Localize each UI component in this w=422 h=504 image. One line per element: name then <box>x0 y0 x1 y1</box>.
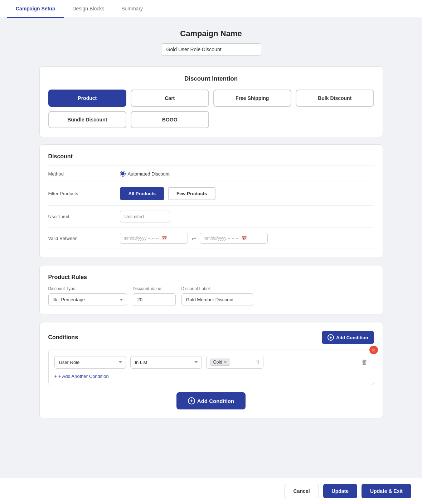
tab-design-blocks[interactable]: Design Blocks <box>64 0 113 18</box>
condition-tag-gold-remove[interactable]: ✕ <box>224 360 227 365</box>
condition-tag-gold: Gold ✕ <box>210 359 230 366</box>
discount-label-label: Discount Label: <box>181 286 253 291</box>
conditions-title: Conditions <box>48 334 78 341</box>
discount-label-col: Discount Label: <box>181 286 253 306</box>
product-rules-row: Discount Type: % - Percentage Discount V… <box>48 286 374 306</box>
add-condition-center: + Add Condition <box>48 392 374 409</box>
user-limit-value <box>120 211 170 222</box>
method-label: Method <box>48 171 120 177</box>
add-another-plus-icon: + <box>54 374 57 379</box>
discount-value-input[interactable] <box>133 293 176 306</box>
few-products-btn[interactable]: Few Products <box>168 187 215 200</box>
condition-value-wrap: Gold ✕ ⇅ <box>206 356 263 369</box>
campaign-name-input[interactable] <box>161 43 261 56</box>
automated-discount-option[interactable]: Automated Discount <box>120 171 170 177</box>
discount-type-label: Discount Type: <box>48 286 127 291</box>
add-another-condition-btn[interactable]: + + Add Another Condition <box>54 374 109 379</box>
intention-btn-bundle-discount[interactable]: Bundle Discount <box>48 111 127 128</box>
product-rules-card: Product Rules Discount Type: % - Percent… <box>39 265 383 315</box>
discount-rows: Method Automated Discount Filter Product… <box>48 165 374 249</box>
add-another-label: + Add Another Condition <box>58 374 109 379</box>
tabs-bar: Campaign Setup Design Blocks Summary <box>0 0 422 18</box>
intention-grid-row1: Product Cart Free Shipping Bulk Discount <box>48 90 374 107</box>
intention-grid-row2: Bundle Discount BOGO <box>48 111 374 128</box>
add-condition-center-label: Add Condition <box>197 398 234 404</box>
discount-value-col: Discount Value: <box>133 286 176 306</box>
discount-label-input[interactable] <box>181 293 253 306</box>
conditions-card: Conditions + Add Condition ✕ User Role I… <box>39 322 383 418</box>
discount-type-col: Discount Type: % - Percentage <box>48 286 127 306</box>
discount-intention-card: Discount Intention Product Cart Free Shi… <box>39 66 383 137</box>
date-start-text: mm/dd/yyyy --:-- -- <box>124 236 159 241</box>
user-limit-input[interactable] <box>120 211 170 222</box>
intention-btn-bulk-discount[interactable]: Bulk Discount <box>296 90 374 107</box>
add-condition-center-btn[interactable]: + Add Condition <box>176 392 246 409</box>
calendar-end-icon[interactable]: 📅 <box>242 236 247 241</box>
product-rules-title: Product Rules <box>48 274 374 280</box>
filter-products-value: All Products Few Products <box>120 187 216 200</box>
intention-btn-cart[interactable]: Cart <box>131 90 209 107</box>
user-limit-label: User Limit <box>48 214 120 219</box>
update-exit-button[interactable]: Update & Exit <box>362 484 411 498</box>
discount-value-label: Discount Value: <box>133 286 176 291</box>
condition-group: ✕ User Role In List Gold ✕ ⇅ 🗑 <box>48 350 374 385</box>
conditions-header: Conditions + Add Condition <box>48 331 374 344</box>
condition-value-dropdown-icon[interactable]: ⇅ <box>256 360 259 365</box>
method-row: Method Automated Discount <box>48 166 374 182</box>
condition-row-1: User Role In List Gold ✕ ⇅ 🗑 <box>54 356 368 369</box>
update-button[interactable]: Update <box>323 484 357 498</box>
filter-products-row: Filter Products All Products Few Product… <box>48 182 374 206</box>
discount-card-title: Discount <box>48 153 374 160</box>
add-condition-center-plus-icon: + <box>188 397 195 404</box>
automated-discount-text: Automated Discount <box>128 171 170 177</box>
discount-card: Discount Method Automated Discount Filte… <box>39 144 383 258</box>
discount-type-select[interactable]: % - Percentage <box>48 293 127 306</box>
date-end-input[interactable]: mm/dd/yyyy --:-- -- 📅 <box>200 233 268 244</box>
all-products-btn[interactable]: All Products <box>120 187 165 200</box>
intention-btn-product[interactable]: Product <box>48 90 127 107</box>
cancel-button[interactable]: Cancel <box>285 484 319 498</box>
condition-delete-btn[interactable]: 🗑 <box>362 359 368 366</box>
condition-tag-gold-text: Gold <box>213 360 222 365</box>
tab-summary[interactable]: Summary <box>113 0 151 18</box>
condition-field-select[interactable]: User Role <box>54 356 126 369</box>
user-limit-row: User Limit <box>48 206 374 228</box>
date-end-text: mm/dd/yyyy --:-- -- <box>204 236 239 241</box>
filter-products-label: Filter Products <box>48 191 120 196</box>
intention-btn-bogo[interactable]: BOGO <box>131 111 209 128</box>
condition-operator-select[interactable]: In List <box>130 356 202 369</box>
automated-discount-radio[interactable] <box>120 171 126 177</box>
discount-intention-title: Discount Intention <box>48 75 374 82</box>
date-start-input[interactable]: mm/dd/yyyy --:-- -- 📅 <box>120 233 188 244</box>
add-condition-plus-icon-top: + <box>328 334 334 341</box>
calendar-start-icon[interactable]: 📅 <box>162 236 167 241</box>
method-value: Automated Discount <box>120 171 170 177</box>
intention-btn-free-shipping[interactable]: Free Shipping <box>213 90 292 107</box>
valid-between-label: Valid Between <box>48 236 120 241</box>
add-condition-top-btn[interactable]: + Add Condition <box>322 331 374 344</box>
campaign-name-section: Campaign Name <box>39 29 383 56</box>
tab-campaign-setup[interactable]: Campaign Setup <box>7 0 64 18</box>
date-arrow-icon: ⇌ <box>191 235 196 242</box>
valid-between-value: mm/dd/yyyy --:-- -- 📅 ⇌ mm/dd/yyyy --:--… <box>120 233 268 244</box>
main-content: Campaign Name Discount Intention Product… <box>32 18 390 461</box>
valid-between-row: Valid Between mm/dd/yyyy --:-- -- 📅 ⇌ mm… <box>48 228 374 249</box>
campaign-name-label: Campaign Name <box>39 29 383 38</box>
condition-close-btn[interactable]: ✕ <box>369 346 378 354</box>
add-condition-top-label: Add Condition <box>336 335 368 340</box>
footer-bar: Cancel Update Update & Exit <box>0 478 422 504</box>
